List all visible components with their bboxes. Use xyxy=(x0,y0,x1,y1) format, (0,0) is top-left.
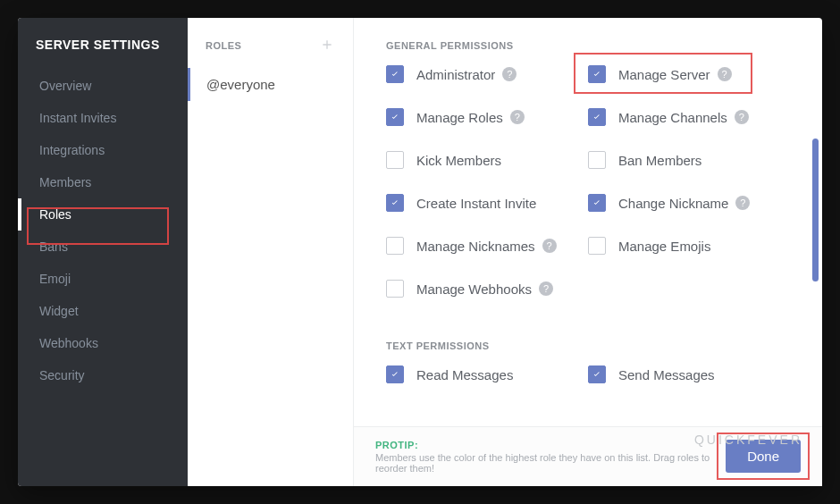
permission-label: Read Messages xyxy=(416,367,513,382)
permission-item: Change Nickname? xyxy=(588,194,790,212)
help-icon[interactable]: ? xyxy=(735,196,750,210)
sidebar-item-bans[interactable]: Bans xyxy=(18,231,188,263)
permission-item: Manage Nicknames? xyxy=(386,237,588,255)
help-icon[interactable]: ? xyxy=(542,239,557,253)
permission-checkbox[interactable] xyxy=(386,280,404,298)
permissions-scroll[interactable]: GENERAL PERMISSIONSAdministrator?Manage … xyxy=(354,18,822,426)
plus-icon xyxy=(320,38,334,52)
sidebar-item-webhooks[interactable]: Webhooks xyxy=(18,327,188,359)
permission-checkbox[interactable] xyxy=(386,194,404,212)
protip-text: Members use the color of the highest rol… xyxy=(375,452,726,474)
permission-label: Manage Channels xyxy=(618,110,727,125)
sidebar-item-widget[interactable]: Widget xyxy=(18,295,188,327)
sidebar-item-instant-invites[interactable]: Instant Invites xyxy=(18,102,188,134)
sidebar-title: SERVER SETTINGS xyxy=(18,38,188,70)
add-role-button[interactable] xyxy=(319,38,335,54)
protip-label: PROTIP: xyxy=(375,440,726,450)
help-icon[interactable]: ? xyxy=(539,281,553,296)
permission-item: Read Messages xyxy=(386,365,588,383)
permission-label: Administrator xyxy=(416,67,495,82)
permission-label: Create Instant Invite xyxy=(416,196,536,211)
permission-checkbox[interactable] xyxy=(588,151,606,169)
help-icon[interactable]: ? xyxy=(502,67,517,81)
permission-label: Manage Roles xyxy=(416,110,503,125)
protip: PROTIP: Members use the color of the hig… xyxy=(375,440,726,474)
permission-item: Kick Members xyxy=(386,151,588,169)
permission-item: Manage Emojis xyxy=(588,237,790,255)
settings-sidebar: SERVER SETTINGS OverviewInstant InvitesI… xyxy=(18,18,188,486)
help-icon[interactable]: ? xyxy=(510,110,525,124)
permission-label: Ban Members xyxy=(618,153,701,168)
permission-checkbox[interactable] xyxy=(386,151,404,169)
scrollbar-thumb[interactable] xyxy=(812,139,819,281)
sidebar-item-roles[interactable]: Roles xyxy=(18,198,188,231)
permission-checkbox[interactable] xyxy=(588,365,606,383)
permission-checkbox[interactable] xyxy=(386,65,404,83)
permission-checkbox[interactable] xyxy=(588,65,606,83)
permissions-panel: GENERAL PERMISSIONSAdministrator?Manage … xyxy=(354,18,822,486)
permissions-grid: Administrator?Manage Server?Manage Roles… xyxy=(386,65,790,323)
permission-checkbox[interactable] xyxy=(588,237,606,255)
help-icon[interactable]: ? xyxy=(735,110,749,124)
permissions-footer: PROTIP: Members use the color of the hig… xyxy=(354,426,822,486)
permission-checkbox[interactable] xyxy=(588,194,606,212)
permission-label: Send Messages xyxy=(618,367,715,382)
watermark: QUICKFEVER xyxy=(694,433,802,447)
permission-label: Change Nickname xyxy=(618,196,728,211)
role-list: @everyone xyxy=(188,68,353,101)
permission-item: Create Instant Invite xyxy=(386,194,588,212)
permission-item: Administrator? xyxy=(386,65,588,83)
permission-checkbox[interactable] xyxy=(386,108,404,126)
permission-label: Kick Members xyxy=(416,153,501,168)
permissions-section-title: TEXT PERMISSIONS xyxy=(386,340,790,351)
sidebar-nav: OverviewInstant InvitesIntegrationsMembe… xyxy=(18,70,188,391)
permission-label: Manage Webhooks xyxy=(416,281,532,297)
permission-label: Manage Emojis xyxy=(618,239,710,254)
roles-header-title: ROLES xyxy=(206,40,241,51)
sidebar-item-integrations[interactable]: Integrations xyxy=(18,134,188,166)
permission-label: Manage Nicknames xyxy=(416,239,535,254)
permission-item: Manage Webhooks? xyxy=(386,280,588,298)
permissions-section-title: GENERAL PERMISSIONS xyxy=(386,40,790,51)
permission-checkbox[interactable] xyxy=(386,365,404,383)
roles-list-column: ROLES @everyone xyxy=(188,18,354,486)
help-icon[interactable]: ? xyxy=(718,67,732,81)
permission-item: Manage Channels? xyxy=(588,108,790,126)
sidebar-item-overview[interactable]: Overview xyxy=(18,70,188,102)
permission-checkbox[interactable] xyxy=(588,108,606,126)
sidebar-item-members[interactable]: Members xyxy=(18,166,188,198)
permissions-grid: Read MessagesSend Messages xyxy=(386,365,790,408)
sidebar-item-emoji[interactable]: Emoji xyxy=(18,263,188,295)
permission-checkbox[interactable] xyxy=(386,237,404,255)
sidebar-item-security[interactable]: Security xyxy=(18,359,188,391)
role-item[interactable]: @everyone xyxy=(188,68,353,101)
permission-item: Manage Roles? xyxy=(386,108,588,126)
permission-item: Manage Server? xyxy=(588,65,790,83)
permission-item: Ban Members xyxy=(588,151,790,169)
permission-item: Send Messages xyxy=(588,365,790,383)
permission-label: Manage Server xyxy=(618,67,710,82)
server-settings-modal: SERVER SETTINGS OverviewInstant InvitesI… xyxy=(18,18,822,486)
